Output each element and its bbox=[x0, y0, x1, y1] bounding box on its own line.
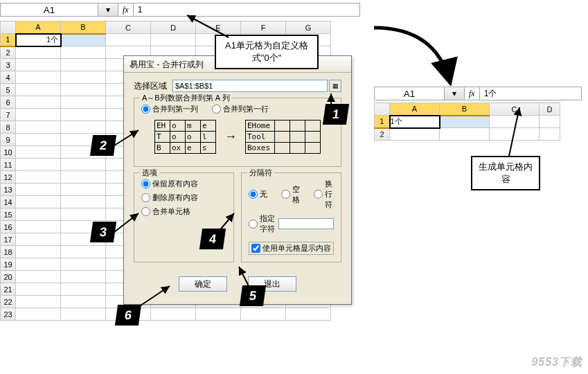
row-header[interactable]: 7 bbox=[1, 109, 16, 121]
row-header[interactable]: 10 bbox=[1, 146, 16, 159]
svg-line-2 bbox=[114, 130, 139, 145]
arrow-right-icon: → bbox=[224, 130, 237, 144]
namebox-dropdown-icon[interactable]: ▾ bbox=[98, 3, 118, 16]
row-header[interactable]: 2 bbox=[375, 128, 390, 141]
col-header-C[interactable]: C bbox=[106, 21, 151, 34]
arrow-annotation bbox=[111, 125, 145, 152]
svg-line-6 bbox=[139, 286, 170, 307]
svg-line-3 bbox=[114, 213, 139, 232]
arrow-curved bbox=[367, 21, 464, 90]
row-header[interactable]: 23 bbox=[1, 308, 16, 321]
radio-delim-space[interactable]: 空格 bbox=[281, 179, 300, 210]
row-header[interactable]: 2 bbox=[1, 46, 16, 59]
arrow-annotation bbox=[499, 104, 526, 159]
row-header[interactable]: 15 bbox=[1, 208, 16, 221]
col-header-B[interactable]: B bbox=[440, 103, 490, 116]
options-title: 选项 bbox=[140, 168, 159, 178]
arrow-annotation bbox=[235, 263, 263, 291]
select-all-corner[interactable] bbox=[1, 21, 16, 34]
col-header-D[interactable]: D bbox=[540, 103, 560, 116]
radio-merge-cells[interactable]: 合并单元格 bbox=[141, 206, 226, 217]
col-header-A[interactable]: A bbox=[390, 103, 440, 116]
row-header[interactable]: 8 bbox=[1, 121, 16, 134]
cell-B1[interactable] bbox=[61, 34, 106, 46]
arrow-annotation bbox=[180, 12, 235, 40]
col-header-G[interactable]: G bbox=[286, 21, 331, 34]
row-header[interactable]: 12 bbox=[1, 171, 16, 184]
row-header[interactable]: 17 bbox=[1, 233, 16, 246]
right-spreadsheet[interactable]: A B C D 11个 2 bbox=[374, 103, 560, 141]
row-header[interactable]: 6 bbox=[1, 96, 16, 109]
cell[interactable] bbox=[106, 34, 151, 46]
row-header[interactable]: 14 bbox=[1, 196, 16, 208]
ok-button[interactable]: 确定 bbox=[179, 276, 227, 292]
row-header[interactable]: 18 bbox=[1, 246, 16, 258]
range-label: 选择区域 bbox=[134, 80, 172, 92]
name-box-left[interactable] bbox=[1, 3, 98, 16]
svg-line-5 bbox=[239, 267, 249, 287]
row-header[interactable]: 4 bbox=[1, 71, 16, 84]
arrow-annotation bbox=[310, 90, 338, 111]
watermark: 9553下载 bbox=[531, 355, 582, 370]
row-header[interactable]: 21 bbox=[1, 283, 16, 296]
checkbox-use-display[interactable]: 使用单元格显示内容 bbox=[249, 242, 334, 255]
radio-delete-content[interactable]: 删除原有内容 bbox=[141, 193, 226, 203]
row-header[interactable]: 1 bbox=[1, 34, 16, 46]
radio-delim-char[interactable]: 指定字符 bbox=[249, 213, 334, 234]
example-before: EHome Tool Boxes bbox=[154, 120, 216, 154]
range-input[interactable] bbox=[172, 80, 328, 92]
row-header[interactable]: 11 bbox=[1, 159, 16, 171]
formula-value-left[interactable]: 1 bbox=[134, 3, 359, 16]
col-header-F[interactable]: F bbox=[241, 21, 286, 34]
row-header[interactable]: 1 bbox=[375, 116, 390, 128]
row-header[interactable]: 22 bbox=[1, 296, 16, 308]
svg-line-0 bbox=[187, 15, 229, 37]
select-all-corner[interactable] bbox=[375, 103, 390, 116]
col-header-A[interactable]: A bbox=[16, 21, 61, 34]
radio-merge-row[interactable]: 合并到第一行 bbox=[212, 104, 269, 114]
arrow-annotation bbox=[111, 208, 145, 235]
row-header[interactable]: 20 bbox=[1, 271, 16, 283]
svg-line-4 bbox=[218, 213, 234, 232]
delimiter-group: 分隔符 无 空格 换行符 指定字符 使用单元格显示内容 bbox=[241, 172, 341, 262]
svg-line-1 bbox=[509, 107, 519, 156]
example-after: EHome Tool Boxes bbox=[245, 120, 321, 154]
callout-gen-content: 生成单元格内容 bbox=[471, 156, 540, 190]
arrow-annotation bbox=[135, 280, 177, 308]
cell-A1-right[interactable]: 1个 bbox=[390, 116, 440, 128]
row-header[interactable]: 13 bbox=[1, 184, 16, 196]
fx-label-right[interactable]: fx bbox=[465, 87, 480, 100]
row-header[interactable]: 3 bbox=[1, 59, 16, 71]
radio-keep-content[interactable]: 保留原有内容 bbox=[141, 179, 226, 189]
arrow-annotation bbox=[215, 208, 242, 235]
example-illustration: EHome Tool Boxes → EHome Tool Boxes bbox=[141, 120, 334, 154]
delimiter-title: 分隔符 bbox=[247, 168, 274, 178]
radio-merge-col[interactable]: 合并到第一列 bbox=[141, 104, 198, 114]
group-title: A～B列数据合并到第 A 列 bbox=[140, 93, 232, 103]
radio-delim-newline[interactable]: 换行符 bbox=[314, 179, 334, 210]
row-header[interactable]: 9 bbox=[1, 134, 16, 146]
fx-label-left[interactable]: fx bbox=[118, 3, 134, 16]
radio-delim-none[interactable]: 无 bbox=[249, 179, 267, 210]
row-header[interactable]: 16 bbox=[1, 221, 16, 233]
formula-value-right[interactable]: 1个 bbox=[480, 87, 581, 100]
col-header-B[interactable]: B bbox=[61, 21, 106, 34]
cell[interactable] bbox=[440, 116, 490, 128]
row-header[interactable]: 5 bbox=[1, 84, 16, 96]
row-header[interactable]: 19 bbox=[1, 258, 16, 271]
cell-A1[interactable]: 1个 bbox=[16, 34, 61, 46]
custom-char-input[interactable] bbox=[278, 218, 334, 229]
